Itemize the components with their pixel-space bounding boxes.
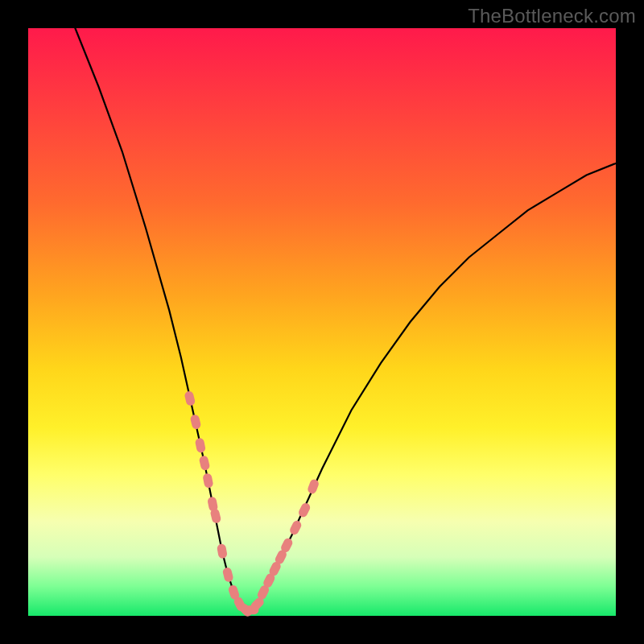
data-point: [199, 455, 211, 471]
plot-area: [28, 28, 616, 616]
data-point: [184, 390, 196, 407]
data-point: [217, 543, 228, 559]
bottleneck-curve: [75, 28, 616, 610]
curve-svg: [28, 28, 616, 616]
data-point: [307, 478, 320, 495]
data-point: [189, 414, 201, 430]
data-point: [222, 567, 234, 583]
marker-group: [184, 390, 320, 618]
data-point: [297, 502, 312, 518]
data-point: [195, 437, 206, 453]
chart-frame: TheBottleneck.com: [0, 0, 644, 644]
data-point: [202, 473, 213, 489]
data-point: [288, 519, 303, 536]
watermark-text: TheBottleneck.com: [468, 5, 636, 27]
